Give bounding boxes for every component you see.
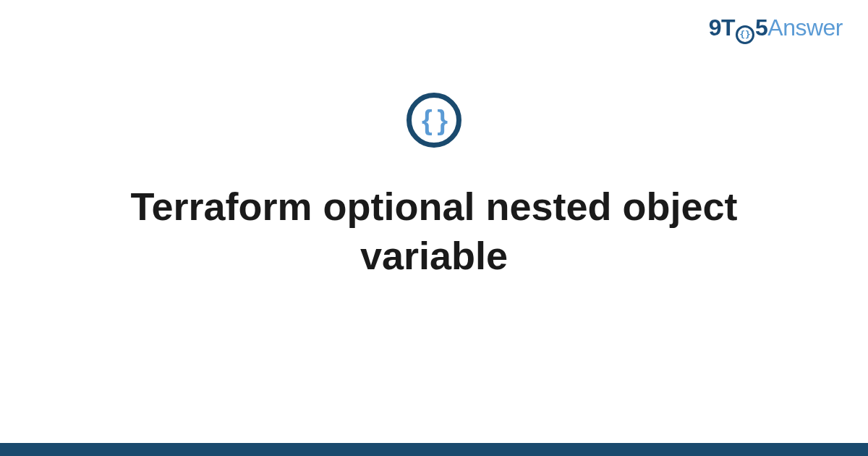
braces-glyph: { }: [422, 105, 446, 136]
main-content: { } Terraform optional nested object var…: [0, 93, 868, 280]
page-title: Terraform optional nested object variabl…: [54, 182, 814, 280]
footer-bar: [0, 443, 868, 456]
logo-text-answer: Answer: [767, 14, 843, 41]
logo-text-9t: 9T: [709, 14, 735, 41]
braces-icon: { }: [407, 93, 461, 148]
logo-text-5: 5: [755, 14, 767, 41]
site-logo: 9T {} 5 Answer: [709, 14, 843, 42]
logo-circle-icon: {}: [736, 25, 754, 44]
